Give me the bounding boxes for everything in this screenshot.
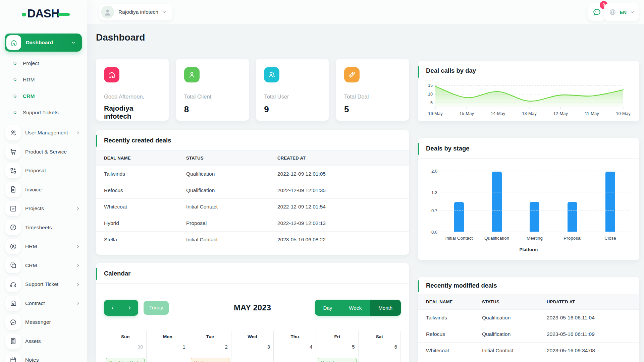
x-tick-label: Meeting	[516, 236, 554, 241]
recently-created-deals-card: Recently created deals DEAL NAMESTATUSCR…	[96, 130, 409, 255]
table-cell: 2022-12-09 12:01:54	[269, 199, 409, 215]
weekday-header: Thu	[274, 331, 316, 342]
calendar-view-day[interactable]: Day	[315, 300, 341, 316]
card-title: Deal calls by day	[426, 67, 476, 74]
chevron-right-icon	[75, 301, 80, 306]
table-row[interactable]: WhitecoatInitial Contact2022-12-09 12:01…	[96, 199, 409, 215]
calendar-event[interactable]: Hi-Veil	[318, 358, 356, 362]
chevron-right-icon	[75, 244, 80, 249]
svg-text:11-May: 11-May	[585, 111, 599, 116]
x-axis-title: Platform	[418, 247, 639, 252]
stat-value: Rajodiya infotech	[104, 104, 161, 120]
sidebar-item-product-service[interactable]: Product & Service	[0, 142, 87, 162]
brand-logo[interactable]: DASH	[22, 7, 87, 20]
column-header: DEAL NAME	[96, 150, 178, 166]
card-title: Calendar	[104, 270, 130, 277]
calendar-day-cell[interactable]: 6	[358, 342, 400, 362]
table-row[interactable]: HybridProposal2023-05-16 06:11:08	[418, 359, 639, 362]
stat-card-total-client: Total Client 8	[176, 59, 249, 121]
sidebar-item-contract[interactable]: Contract	[0, 294, 87, 313]
table-row[interactable]: RefocusQualification2023-05-16 06:11:09	[418, 326, 639, 343]
calendar-day-cell[interactable]: 5Hi-Veil	[316, 342, 358, 362]
company-selector[interactable]: Rajodiya infotech	[99, 4, 172, 20]
chevron-right-icon	[75, 206, 80, 211]
person-icon	[184, 67, 200, 82]
calendar-view-group: DayWeekMonth	[315, 300, 401, 316]
card-title: Deals by stage	[426, 145, 470, 152]
stat-label: Total Deal	[344, 94, 401, 100]
svg-text:16-May: 16-May	[428, 111, 443, 116]
table-row[interactable]: TailwindsQualification2023-05-16 06:11:0…	[418, 310, 639, 326]
table-row[interactable]: HybridProposal2022-12-09 12:02:13	[96, 215, 409, 232]
sidebar-item-label: CRM	[25, 262, 75, 268]
stat-value: 5	[344, 104, 401, 115]
y-tick-label: 2.0	[427, 169, 437, 174]
table-row[interactable]: TailwindsQualification2022-12-09 12:01:0…	[96, 166, 409, 182]
pages-icon	[5, 258, 21, 273]
table-cell: 2023-05-16 09:34:08	[539, 343, 639, 359]
recently-created-deals-table: DEAL NAMESTATUSCREATED AT TailwindsQuali…	[96, 150, 409, 248]
bar-meeting	[530, 202, 539, 232]
calendar-event[interactable]: Hi-Flow	[191, 358, 229, 362]
calendar-day-cell[interactable]: 3	[231, 342, 273, 362]
calendar-day-cell[interactable]: 4	[274, 342, 316, 362]
x-tick-label: Qualification	[478, 236, 516, 241]
main-content: Dashboard Good Afternoon, Rajodiya infot…	[87, 24, 644, 362]
sidebar-item-support-ticket[interactable]: Support Ticket	[0, 275, 87, 294]
bullet-icon	[13, 61, 17, 65]
messages-button[interactable]: 0	[588, 3, 605, 21]
sidebar-sub-list: Project HRM CRM Support Tickets	[0, 55, 87, 121]
deals-by-stage-chart: 2.01.30.70.0	[440, 171, 629, 232]
sidebar-item-crm[interactable]: CRM	[0, 256, 87, 275]
sidebar-sub-item-support-tickets[interactable]: Support Tickets	[0, 104, 87, 121]
calendar-view-week[interactable]: Week	[340, 300, 370, 316]
calendar-day-cell[interactable]: 30Geraldine Burt	[104, 342, 147, 362]
sidebar-item-label: Projects	[25, 205, 75, 212]
table-cell: Hybrid	[96, 215, 178, 232]
table-cell: 2022-12-09 12:02:13	[269, 215, 409, 232]
sidebar-item-dashboard[interactable]: Dashboard	[5, 34, 82, 52]
sidebar-item-assets[interactable]: Assets	[0, 332, 87, 351]
gridline: 2.0	[440, 171, 629, 171]
gridline: 0.0	[440, 232, 629, 232]
sidebar-item-timesheets[interactable]: Timesheets	[0, 218, 87, 237]
bar-proposal	[568, 202, 577, 232]
calculator-icon	[5, 334, 21, 349]
svg-text:13-May: 13-May	[522, 111, 537, 116]
sidebar-item-label: Messenger	[25, 319, 80, 325]
calendar-event[interactable]: Geraldine Burt	[106, 358, 145, 362]
sidebar-item-proposal[interactable]: Proposal	[0, 161, 87, 180]
sidebar-item-label: Notes	[25, 357, 80, 362]
table-cell: Initial Contact	[178, 199, 269, 215]
weekday-header: Sat	[358, 331, 400, 342]
table-cell: Whitecoat	[418, 343, 474, 359]
deals-by-stage-card: Deals by stage 2.01.30.70.0 Initial Cont…	[418, 138, 639, 260]
day-number: 6	[359, 342, 400, 350]
calendar-day-cell[interactable]: 2Hi-Flow	[189, 342, 231, 362]
chevron-down-icon	[71, 40, 76, 45]
calendar-view-month[interactable]: Month	[370, 300, 401, 316]
stat-label: Good Afternoon,	[104, 94, 161, 100]
sidebar-item-label: Dashboard	[26, 40, 71, 46]
stat-card-total-deal: Total Deal 5	[336, 59, 409, 121]
sidebar-item-label: Proposal	[25, 168, 80, 174]
sidebar-sub-item-project[interactable]: Project	[0, 55, 87, 71]
calendar-day-cell[interactable]: 1	[147, 342, 189, 362]
sidebar-sub-item-hrm[interactable]: HRM	[0, 71, 87, 88]
sidebar-item-messenger[interactable]: Messenger	[0, 313, 87, 332]
table-row[interactable]: RefocusQualification2022-12-09 12:01:35	[96, 182, 409, 199]
sidebar-item-projects[interactable]: Projects	[0, 199, 87, 218]
sidebar-item-notes[interactable]: Notes	[0, 351, 87, 362]
bullet-icon	[13, 111, 17, 114]
bars-row	[440, 171, 629, 232]
language-selector[interactable]: EN	[604, 3, 639, 21]
logo-dot-icon	[22, 13, 26, 16]
sidebar-item-hrm[interactable]: HRM	[0, 237, 87, 256]
sidebar-sub-item-label: Project	[23, 60, 39, 66]
sidebar-item-invoice[interactable]: Invoice	[0, 180, 87, 199]
table-row[interactable]: StellaInitial Contact2023-05-16 06:08:22	[96, 232, 409, 248]
sidebar-item-user-management[interactable]: User Management	[0, 123, 87, 142]
sidebar-sub-item-crm[interactable]: CRM	[0, 88, 87, 104]
stats-row: Good Afternoon, Rajodiya infotech Total …	[96, 59, 409, 121]
table-row[interactable]: WhitecoatInitial Contact2023-05-16 09:34…	[418, 343, 639, 359]
